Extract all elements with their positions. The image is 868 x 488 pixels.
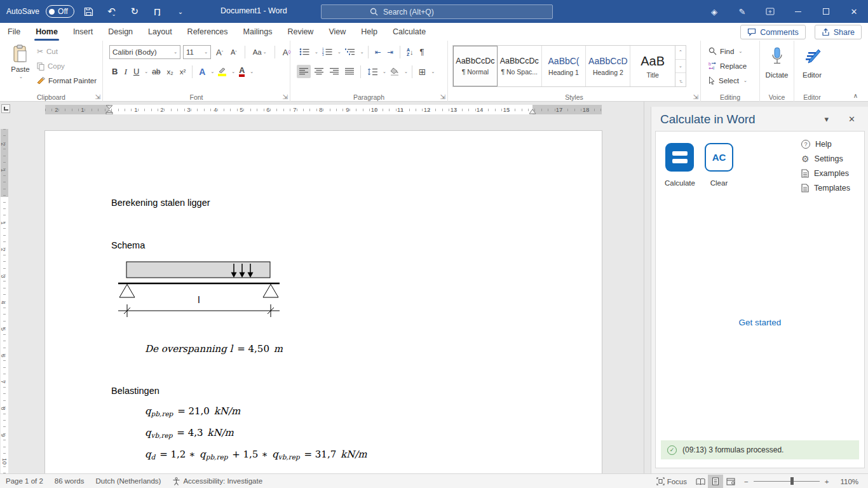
- style-title[interactable]: AaB Title: [630, 46, 675, 86]
- grow-font-button[interactable]: Aˆ: [214, 46, 226, 59]
- change-case-button[interactable]: Aa⌄: [250, 46, 269, 59]
- zoom-slider-thumb[interactable]: [790, 477, 794, 485]
- math-formula-button[interactable]: Π⌄: [149, 3, 166, 20]
- borders-dropdown-icon[interactable]: ⌄: [431, 69, 435, 74]
- shrink-font-button[interactable]: Aˇ: [228, 46, 240, 59]
- word-count[interactable]: 86 words: [49, 474, 90, 488]
- coming-soon-diamond-button[interactable]: ◈: [700, 0, 728, 23]
- tab-file[interactable]: File: [0, 23, 28, 41]
- autosave-toggle[interactable]: Off: [46, 5, 74, 18]
- pane-options-chevron-icon[interactable]: ▾: [824, 114, 829, 124]
- undo-button[interactable]: ↶⌄: [104, 3, 120, 20]
- font-dialog-launcher[interactable]: ⇲: [283, 94, 288, 100]
- multilevel-list-dropdown-icon[interactable]: ⌄: [360, 50, 364, 55]
- sort-button[interactable]: AZ↓: [404, 45, 416, 58]
- paste-button[interactable]: Paste ⌄: [5, 44, 36, 79]
- highlight-dropdown-icon[interactable]: ⌄: [231, 69, 235, 74]
- zoom-in-button[interactable]: +: [825, 474, 835, 488]
- clipboard-dialog-launcher[interactable]: ⇲: [95, 94, 100, 100]
- bullet-list-dropdown-icon[interactable]: ⌄: [315, 50, 318, 55]
- style-no-spacing[interactable]: AaBbCcDc ¶ No Spac...: [498, 46, 542, 86]
- ribbon-display-options-button[interactable]: [756, 0, 784, 23]
- accessibility-checker[interactable]: Accessibility: Investigate: [166, 474, 268, 488]
- customize-qat-button[interactable]: ⌄: [172, 3, 189, 20]
- right-indent-marker[interactable]: [529, 109, 536, 114]
- help-link[interactable]: ?Help: [801, 139, 850, 149]
- zoom-slider[interactable]: [754, 481, 820, 482]
- bold-button[interactable]: B: [109, 65, 120, 78]
- increase-indent-button[interactable]: ⇥: [384, 45, 396, 58]
- examples-link[interactable]: Examples: [801, 168, 850, 179]
- paste-dropdown-icon[interactable]: ⌄: [6, 74, 36, 79]
- numbered-list-button[interactable]: 123: [320, 45, 335, 58]
- replace-button[interactable]: bc Replace: [709, 60, 747, 71]
- styles-more-button[interactable]: ⌄̲: [675, 73, 686, 86]
- styles-scroll-up-button[interactable]: ⌃: [675, 46, 686, 60]
- select-button[interactable]: Select⌄: [709, 75, 747, 86]
- close-button[interactable]: ✕: [840, 0, 868, 23]
- line-spacing-dropdown-icon[interactable]: ⌄: [383, 69, 386, 74]
- web-layout-button[interactable]: [723, 475, 738, 488]
- paragraph-dialog-launcher[interactable]: ⇲: [440, 94, 445, 100]
- format-painter-button[interactable]: Format Painter: [37, 75, 97, 86]
- tab-references[interactable]: References: [180, 23, 236, 41]
- save-button[interactable]: [81, 3, 97, 20]
- decrease-indent-button[interactable]: ⇤: [372, 45, 384, 58]
- share-button[interactable]: Share: [815, 25, 862, 39]
- settings-link[interactable]: ⚙Settings: [801, 154, 850, 164]
- numbered-list-dropdown-icon[interactable]: ⌄: [337, 50, 341, 55]
- italic-button[interactable]: I: [121, 65, 130, 78]
- font-color-button[interactable]: A: [236, 65, 247, 78]
- pane-close-icon[interactable]: ✕: [848, 114, 855, 124]
- page-indicator[interactable]: Page 1 of 2: [0, 474, 49, 488]
- align-center-button[interactable]: [312, 65, 326, 78]
- style-heading-1[interactable]: AaBbC( Heading 1: [542, 46, 587, 86]
- cut-button[interactable]: ✂Cut: [37, 46, 97, 57]
- tab-stop-selector[interactable]: [1, 104, 10, 113]
- bullet-list-button[interactable]: [297, 45, 312, 58]
- indent-marker[interactable]: [105, 105, 113, 114]
- style-heading-2[interactable]: AaBbCcD Heading 2: [586, 46, 630, 86]
- minimize-button[interactable]: [784, 0, 812, 23]
- read-mode-button[interactable]: [693, 475, 708, 488]
- find-button[interactable]: Find⌄: [709, 46, 747, 57]
- tab-view[interactable]: View: [321, 23, 353, 41]
- print-layout-button[interactable]: [708, 475, 723, 488]
- language-indicator[interactable]: Dutch (Netherlands): [90, 474, 167, 488]
- superscript-button[interactable]: x²: [177, 65, 189, 78]
- search-input[interactable]: Search (Alt+Q): [321, 4, 553, 19]
- shading-dropdown-icon[interactable]: ⌄: [404, 69, 408, 74]
- dictate-button[interactable]: Dictate: [760, 47, 794, 79]
- undo-dropdown-icon[interactable]: ⌄: [112, 11, 116, 17]
- pen-button[interactable]: ✎: [728, 0, 756, 23]
- justify-button[interactable]: [342, 65, 356, 78]
- show-formatting-button[interactable]: ¶: [417, 45, 426, 58]
- style-normal[interactable]: AaBbCcDc ¶ Normal: [453, 46, 498, 86]
- subscript-button[interactable]: x₂: [165, 65, 176, 78]
- tab-help[interactable]: Help: [353, 23, 385, 41]
- collapse-ribbon-icon[interactable]: ∧: [853, 92, 858, 99]
- line-spacing-button[interactable]: [365, 65, 380, 78]
- multilevel-list-button[interactable]: [342, 45, 358, 58]
- math-dropdown-icon[interactable]: ⌄: [157, 11, 161, 17]
- get-started-link[interactable]: Get started: [656, 318, 864, 327]
- tab-home[interactable]: Home: [28, 23, 65, 41]
- vertical-ruler[interactable]: 2 1 1 2 3 4 5 6 7 8 9 10: [1, 129, 8, 473]
- clear-button[interactable]: AC: [705, 143, 733, 172]
- styles-scroll-down-button[interactable]: ⌄: [675, 60, 686, 74]
- redo-button[interactable]: ↻: [126, 3, 143, 20]
- tab-design[interactable]: Design: [100, 23, 140, 41]
- font-color-dropdown-icon[interactable]: ⌄: [250, 69, 254, 74]
- maximize-button[interactable]: [812, 0, 840, 23]
- align-right-button[interactable]: [327, 65, 341, 78]
- tab-layout[interactable]: Layout: [140, 23, 180, 41]
- tab-insert[interactable]: Insert: [65, 23, 100, 41]
- font-size-select[interactable]: 11⌄: [183, 45, 211, 59]
- borders-button[interactable]: ⊞: [416, 65, 429, 78]
- focus-mode-button[interactable]: Focus: [651, 474, 693, 488]
- templates-link[interactable]: Templates: [801, 183, 850, 193]
- zoom-out-button[interactable]: −: [738, 474, 749, 488]
- tab-review[interactable]: Review: [280, 23, 321, 41]
- align-left-button[interactable]: [297, 65, 311, 78]
- underline-button[interactable]: U: [131, 65, 142, 78]
